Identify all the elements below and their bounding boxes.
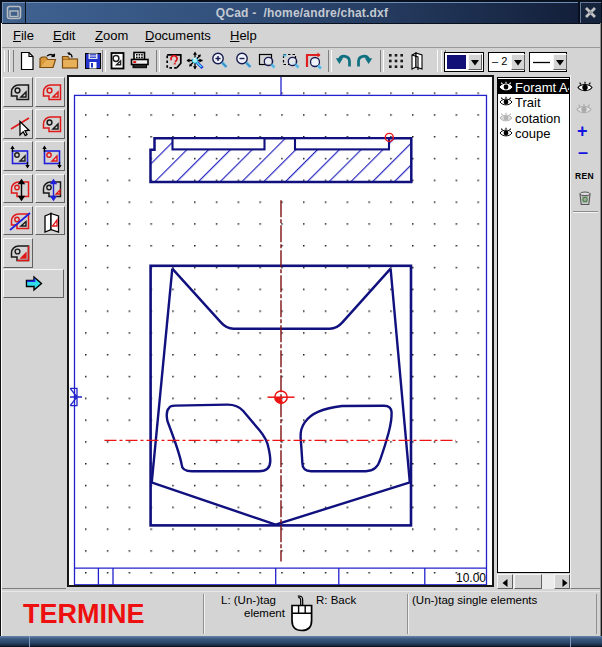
svg-text:10.00: 10.00 <box>455 571 485 585</box>
